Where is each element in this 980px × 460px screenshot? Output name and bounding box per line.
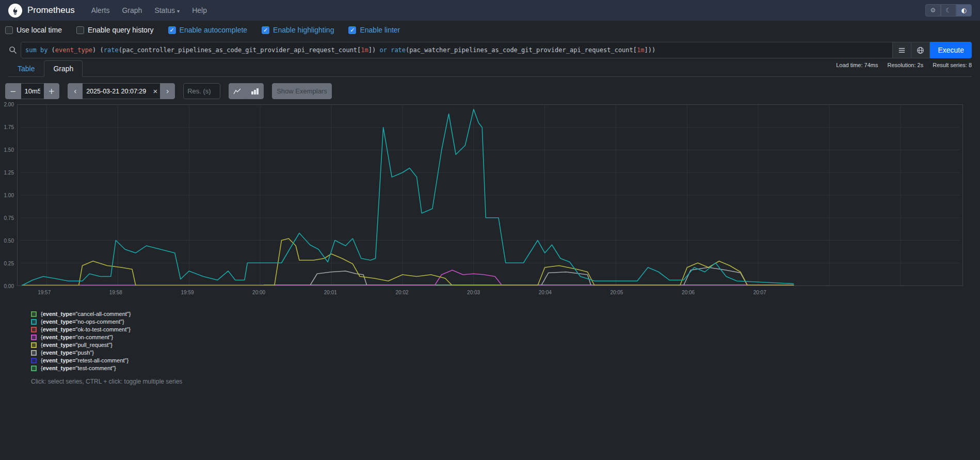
x-axis-label: 20:00: [252, 290, 265, 295]
legend-hint: Click: select series, CTRL + click: togg…: [31, 378, 972, 385]
legend-item-test-comment[interactable]: {event_type="test-comment"}: [31, 365, 972, 371]
nav-item-help[interactable]: Help: [186, 6, 213, 14]
navbar-brand[interactable]: Prometheus: [8, 4, 75, 18]
query-token: event_type: [55, 46, 92, 54]
legend-item-on-comment[interactable]: {event_type="on-comment"}: [31, 334, 972, 340]
query-token: [: [357, 46, 361, 54]
legend-label: {event_type="retest-all-comment"}: [41, 357, 128, 363]
y-axis-label: 1.75: [0, 124, 14, 130]
range-input[interactable]: [21, 83, 44, 99]
query-token: pac_controller_pipelines_as_code_git_pro…: [122, 46, 357, 54]
legend-item-cancel-all-comment[interactable]: {event_type="cancel-all-comment"}: [31, 311, 972, 317]
result-series-stat: Result series: 8: [933, 62, 972, 68]
query-bar: sum by (event_type) (rate(pac_controller…: [5, 42, 972, 58]
checkbox-unchecked[interactable]: [5, 26, 13, 34]
forward-time-button[interactable]: ›: [160, 83, 175, 99]
legend-item-pull-request[interactable]: {event_type="pull_request"}: [31, 342, 972, 348]
query-token: by: [40, 46, 47, 54]
clear-datetime-button[interactable]: ×: [153, 83, 157, 99]
y-axis-label: 1.25: [0, 170, 14, 176]
legend-item-push[interactable]: {event_type="push"}: [31, 350, 972, 356]
option-enable-linter[interactable]: ✓Enable linter: [348, 26, 400, 34]
series-line-push: [22, 267, 794, 285]
y-axis-label: 2.00: [0, 102, 14, 107]
query-options-button[interactable]: [911, 42, 929, 58]
graph-panel: 0.000.250.500.751.001.251.501.752.0019:5…: [17, 104, 972, 299]
query-expression-input[interactable]: sum by (event_type) (rate(pac_controller…: [21, 42, 892, 58]
range-group: − +: [5, 83, 59, 99]
query-token: (: [52, 46, 55, 54]
option-enable-autocomplete[interactable]: ✓Enable autocomplete: [168, 26, 248, 34]
tab-graph[interactable]: Graph: [44, 60, 83, 77]
option-enable-query-history[interactable]: Enable query history: [76, 26, 154, 34]
legend-swatch: [31, 327, 37, 332]
x-axis-label: 20:06: [682, 290, 695, 295]
checkbox-checked[interactable]: ✓: [262, 26, 269, 34]
checkbox-checked[interactable]: ✓: [348, 26, 356, 34]
legend-label: {event_type="cancel-all-comment"}: [41, 311, 131, 317]
option-use-local-time[interactable]: Use local time: [5, 26, 62, 34]
datetime-input[interactable]: [83, 83, 160, 99]
legend-item-ok-to-test-comment[interactable]: {event_type="ok-to-test-comment"}: [31, 326, 972, 332]
x-axis-label: 20:01: [324, 290, 337, 295]
moon-icon[interactable]: ☾: [941, 4, 956, 17]
theme-switcher: ⚙☾◐: [925, 4, 972, 17]
query-token: [: [633, 46, 637, 54]
nav-item-status[interactable]: Status▾: [148, 6, 186, 14]
query-token: ]: [644, 46, 648, 54]
y-axis-label: 0.25: [0, 261, 14, 266]
tab-table[interactable]: Table: [8, 60, 44, 77]
y-axis-label: 0.50: [0, 238, 14, 244]
query-token: [37, 46, 40, 54]
increase-range-button[interactable]: +: [44, 83, 60, 99]
query-input-group: sum by (event_type) (rate(pac_controller…: [21, 42, 930, 58]
gear-icon[interactable]: ⚙: [925, 4, 941, 17]
brand-title: Prometheus: [27, 5, 75, 15]
legend-swatch: [31, 350, 37, 356]
execute-button[interactable]: Execute: [930, 42, 972, 58]
resolution-input[interactable]: [183, 83, 220, 99]
time-group: ‹ × ›: [68, 83, 175, 99]
x-axis-label: 20:07: [753, 290, 766, 295]
legend-item-retest-all-comment[interactable]: {event_type="retest-all-comment"}: [31, 357, 972, 363]
legend-label: {event_type="pull_request"}: [41, 342, 113, 348]
back-time-button[interactable]: ‹: [68, 83, 83, 99]
checkbox-unchecked[interactable]: [76, 26, 84, 34]
nav-item-graph[interactable]: Graph: [116, 6, 148, 14]
metrics-explorer-button[interactable]: [892, 42, 911, 58]
query-token: ): [648, 46, 652, 54]
query-token: [376, 46, 379, 54]
show-exemplars-button[interactable]: Show Exemplars: [272, 83, 332, 99]
query-token: sum: [25, 46, 37, 54]
stacked-chart-icon: [251, 88, 259, 95]
legend-item-no-ops-comment[interactable]: {event_type="no-ops-comment"}: [31, 319, 972, 325]
legend-swatch: [31, 335, 37, 340]
resolution-stat: Resolution: 2s: [887, 62, 923, 68]
decrease-range-button[interactable]: −: [5, 83, 21, 99]
tabs-row: TableGraph Load time: 74ms Resolution: 2…: [8, 60, 972, 77]
option-enable-highlighting[interactable]: ✓Enable highlighting: [262, 26, 334, 34]
query-token: (: [406, 46, 409, 54]
option-label: Use local time: [17, 26, 62, 34]
query-token: (: [100, 46, 104, 54]
x-axis-label: 20:03: [467, 290, 480, 295]
auto-contrast-icon[interactable]: ◐: [956, 4, 972, 17]
stacked-chart-button[interactable]: [246, 83, 264, 99]
line-chart-button[interactable]: [229, 83, 246, 99]
graph-legend: {event_type="cancel-all-comment"}{event_…: [31, 311, 972, 371]
checkbox-checked[interactable]: ✓: [168, 26, 176, 34]
datetime-wrap: ×: [83, 83, 160, 99]
legend-label: {event_type="test-comment"}: [41, 365, 116, 371]
option-label: Enable highlighting: [273, 26, 334, 34]
line-chart-icon: [233, 88, 242, 95]
x-axis-label: 20:05: [610, 290, 623, 295]
x-axis-label: 19:59: [181, 290, 194, 295]
nav-item-alerts[interactable]: Alerts: [85, 6, 116, 14]
legend-swatch: [31, 358, 37, 363]
y-axis-label: 1.00: [0, 193, 14, 198]
graph-canvas[interactable]: [17, 104, 963, 286]
option-label: Enable linter: [360, 26, 400, 34]
query-stats: Load time: 74ms Resolution: 2s Result se…: [836, 60, 972, 68]
chart-type-group: [229, 83, 264, 99]
tabs: TableGraph: [8, 60, 83, 76]
